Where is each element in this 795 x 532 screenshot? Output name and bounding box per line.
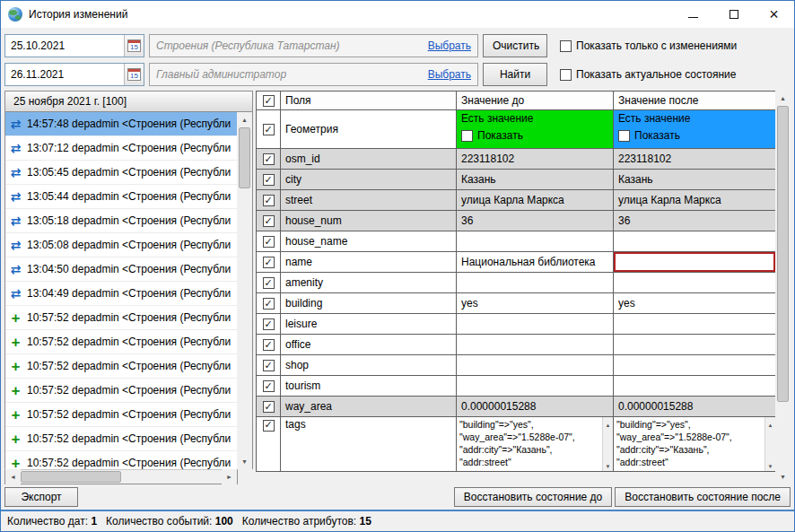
scroll-down-icon[interactable]: [775, 469, 791, 484]
list-item[interactable]: 13:05:44 depadmin <Строения (Республи: [5, 185, 237, 209]
actual-state-checkbox[interactable]: Показать актуальное состояние: [560, 68, 736, 81]
list-item[interactable]: 13:05:08 depadmin <Строения (Республи: [5, 233, 237, 257]
title-bar: История изменений: [1, 1, 794, 28]
scroll-down-icon[interactable]: [237, 454, 252, 469]
field-name-cell: shop: [281, 355, 457, 376]
event-text: 13:05:08 depadmin <Строения (Республи: [27, 239, 231, 251]
row-checkbox[interactable]: [263, 124, 275, 135]
list-item[interactable]: 13:04:50 depadmin <Строения (Республи: [5, 257, 237, 282]
column-header-fields[interactable]: Поля: [281, 92, 457, 110]
user-select-link[interactable]: Выбрать: [428, 68, 471, 81]
value-before-cell: 0.00000015288: [457, 397, 614, 417]
calendar-icon: 15: [127, 68, 141, 81]
scroll-down-icon[interactable]: [768, 458, 773, 471]
list-item[interactable]: 14:57:48 depadmin <Строения (Республи: [5, 112, 237, 136]
status-bar: Количество дат: 1 Количество событий: 10…: [1, 511, 794, 531]
show-before-geometry-checkbox[interactable]: Показать: [461, 129, 608, 142]
list-item[interactable]: 10:57:52 depadmin <Строения (Республи: [5, 306, 237, 330]
close-button[interactable]: [754, 1, 794, 28]
list-item[interactable]: 10:57:52 depadmin <Строения (Республи: [5, 427, 237, 451]
date-from-field[interactable]: 25.10.2021 15: [4, 34, 144, 57]
row-checkbox[interactable]: [263, 360, 275, 371]
column-header-after[interactable]: Значение после: [614, 92, 776, 110]
restore-after-button[interactable]: Восстановить состояние после: [615, 487, 791, 507]
show-after-geometry-checkbox[interactable]: Показать: [618, 129, 771, 142]
list-item[interactable]: 13:04:49 depadmin <Строения (Республи: [5, 282, 237, 306]
edit-record-icon: [8, 263, 23, 275]
list-item[interactable]: 10:57:52 depadmin <Строения (Республи: [5, 354, 237, 379]
column-header-before[interactable]: Значение до: [457, 92, 614, 110]
checkbox-icon: [618, 130, 630, 142]
window-title: История изменений: [29, 8, 127, 21]
row-checkbox[interactable]: [263, 257, 275, 268]
row-checkbox[interactable]: [263, 174, 275, 186]
select-all-checkbox[interactable]: [263, 95, 275, 107]
scrollbar-thumb[interactable]: [777, 106, 789, 402]
minimize-button[interactable]: [673, 1, 713, 28]
event-text: 14:57:48 depadmin <Строения (Республи: [27, 118, 231, 130]
events-horizontal-scrollbar[interactable]: [4, 469, 238, 484]
value-after-cell: 223118102: [614, 149, 776, 170]
list-item[interactable]: 13:07:12 depadmin <Строения (Республи: [5, 136, 237, 161]
list-item[interactable]: 10:57:52 depadmin <Строения (Республи: [5, 330, 237, 354]
footer-bar: Экспорт Восстановить состояние до Восста…: [1, 484, 794, 510]
geometry-after-cell: Есть значение Показать: [614, 110, 776, 149]
find-button[interactable]: Найти: [483, 63, 547, 86]
list-item[interactable]: 10:57:52 depadmin <Строения (Республи: [5, 451, 237, 469]
row-checkbox[interactable]: [263, 236, 275, 248]
tags-after-value[interactable]: "building"=>"yes", "way_area"=>"1.5288e-…: [614, 417, 764, 471]
checkbox-icon: [560, 40, 572, 52]
minimize-icon: [688, 17, 698, 18]
tags-before-value[interactable]: "building"=>"yes", "way_area"=>"1.5288e-…: [457, 417, 602, 471]
scroll-down-icon[interactable]: [606, 458, 611, 471]
row-checkbox[interactable]: [263, 153, 275, 165]
row-checkbox[interactable]: [263, 318, 275, 330]
date-to-value: 26.11.2021: [5, 68, 124, 81]
add-record-icon: [8, 335, 23, 350]
scroll-right-icon[interactable]: [222, 469, 237, 484]
export-button[interactable]: Экспорт: [4, 487, 78, 507]
row-checkbox[interactable]: [263, 277, 275, 289]
scroll-left-icon[interactable]: [5, 469, 21, 484]
clear-button[interactable]: Очистить: [483, 34, 547, 57]
table-row: osm_id 223118102 223118102: [257, 149, 776, 170]
scrollbar-corner: [238, 469, 253, 484]
row-checkbox[interactable]: [263, 195, 275, 206]
scroll-up-icon[interactable]: [237, 112, 252, 127]
row-checkbox[interactable]: [263, 420, 275, 432]
events-count: Количество событий: 100: [106, 515, 233, 528]
date-to-picker-button[interactable]: 15: [124, 64, 144, 85]
list-item[interactable]: 10:57:52 depadmin <Строения (Республи: [5, 403, 237, 427]
list-item[interactable]: 10:57:52 depadmin <Строения (Республи: [5, 379, 237, 403]
only-changes-checkbox[interactable]: Показать только с изменениями: [560, 39, 737, 52]
tags-scrollbar[interactable]: [602, 417, 613, 471]
edit-record-icon: [8, 166, 23, 179]
scroll-up-icon[interactable]: [775, 91, 791, 106]
layer-field[interactable]: Строения (Республика Татарстан) Выбрать: [149, 34, 478, 57]
row-checkbox[interactable]: [263, 380, 275, 392]
scrollbar-thumb[interactable]: [239, 127, 250, 188]
field-name-cell: tourism: [281, 376, 457, 397]
row-checkbox[interactable]: [263, 215, 275, 227]
list-item[interactable]: 13:05:18 depadmin <Строения (Республи: [5, 209, 237, 233]
table-row: house_num 36 36: [257, 211, 776, 231]
user-field[interactable]: Главный администратор Выбрать: [149, 63, 478, 86]
row-checkbox[interactable]: [263, 339, 275, 351]
tags-scrollbar[interactable]: [764, 417, 775, 471]
date-group-header[interactable]: 25 ноября 2021 г. [100]: [4, 91, 253, 112]
restore-before-button[interactable]: Восстановить состояние до: [454, 487, 613, 507]
attributes-count: Количество атрибутов: 15: [242, 515, 371, 528]
row-checkbox[interactable]: [263, 401, 275, 413]
row-checkbox[interactable]: [263, 298, 275, 310]
table-vertical-scrollbar[interactable]: [775, 91, 791, 484]
list-item[interactable]: 13:05:45 depadmin <Строения (Республи: [5, 161, 237, 185]
scroll-up-icon[interactable]: [606, 417, 611, 430]
events-vertical-scrollbar[interactable]: [237, 112, 252, 469]
maximize-button[interactable]: [713, 1, 754, 28]
scrollbar-thumb[interactable]: [21, 471, 121, 483]
scroll-up-icon[interactable]: [768, 417, 773, 430]
window-controls: [673, 1, 794, 28]
date-to-field[interactable]: 26.11.2021 15: [4, 63, 144, 86]
date-from-picker-button[interactable]: 15: [124, 35, 144, 57]
layer-select-link[interactable]: Выбрать: [428, 39, 471, 52]
